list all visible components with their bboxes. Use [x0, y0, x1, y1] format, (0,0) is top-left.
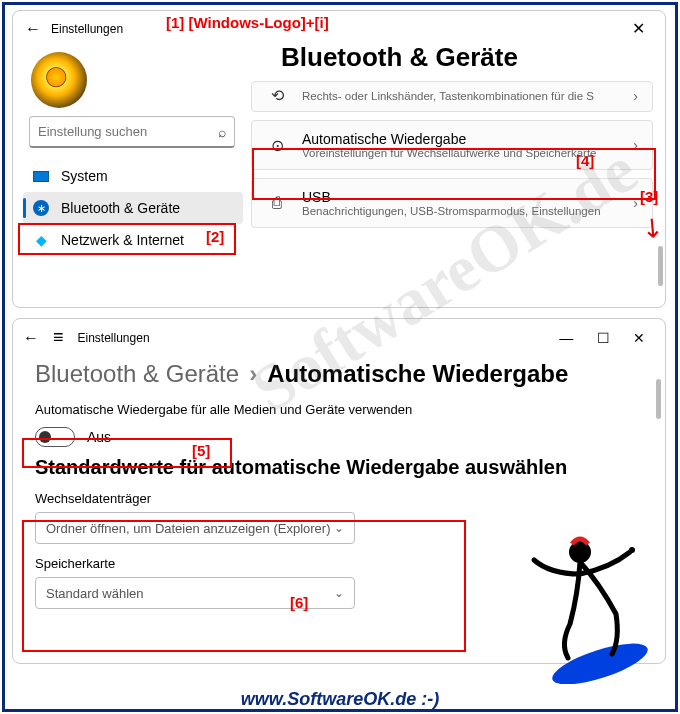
- footer-url: www.SoftwareOK.de :-): [0, 689, 680, 710]
- system-icon: [33, 168, 49, 184]
- annotation-box-6: [22, 520, 466, 652]
- sidebar-item-system[interactable]: System: [23, 160, 243, 192]
- sidebar-item-label: Bluetooth & Geräte: [61, 200, 180, 216]
- window-controls: — ☐ ✕: [549, 330, 655, 346]
- chevron-right-icon: ›: [249, 360, 257, 388]
- search-input[interactable]: ⌕: [29, 116, 235, 148]
- maximize-button[interactable]: ☐: [587, 330, 620, 346]
- window-title: Einstellungen: [51, 22, 123, 36]
- annotation-2: [2]: [206, 228, 224, 245]
- window-title: Einstellungen: [78, 331, 150, 345]
- back-button[interactable]: ←: [23, 329, 39, 347]
- sidebar-item-bluetooth[interactable]: ∗ Bluetooth & Geräte: [23, 192, 243, 224]
- back-button[interactable]: ←: [25, 20, 41, 38]
- mouse-icon: ⟲: [266, 86, 288, 105]
- titlebar: ← Einstellungen ✕: [13, 11, 665, 46]
- field-label-removable: Wechseldatenträger: [13, 487, 665, 510]
- scrollbar[interactable]: [656, 379, 661, 419]
- close-button[interactable]: ✕: [623, 330, 655, 346]
- breadcrumb-parent[interactable]: Bluetooth & Geräte: [35, 360, 239, 388]
- annotation-1: [1] [Windows-Logo]+[i]: [166, 14, 329, 31]
- search-field[interactable]: [38, 124, 218, 139]
- user-avatar[interactable]: [31, 52, 87, 108]
- titlebar: ← ≡ Einstellungen — ☐ ✕: [13, 319, 665, 356]
- card-prev-partial[interactable]: ⟲ Rechts- oder Linkshänder, Tastenkombin…: [251, 81, 653, 112]
- page-title: Bluetooth & Geräte: [281, 42, 653, 73]
- annotation-box-2: [18, 223, 236, 255]
- card-subtitle: Rechts- oder Linkshänder, Tastenkombinat…: [302, 90, 619, 102]
- annotation-4: [4]: [576, 152, 594, 169]
- minimize-button[interactable]: —: [549, 330, 583, 346]
- sidebar-item-label: System: [61, 168, 108, 184]
- chevron-right-icon: ›: [633, 88, 638, 104]
- breadcrumb-current: Automatische Wiedergabe: [267, 360, 568, 388]
- section-description: Automatische Wiedergabe für alle Medien …: [13, 398, 665, 425]
- bluetooth-icon: ∗: [33, 200, 49, 216]
- card-subtitle: Benachrichtigungen, USB-Stromsparmodus, …: [302, 205, 619, 217]
- annotation-5: [5]: [192, 442, 210, 459]
- scrollbar[interactable]: [658, 246, 663, 286]
- close-button[interactable]: ✕: [624, 19, 653, 38]
- search-icon: ⌕: [218, 124, 226, 140]
- breadcrumb: Bluetooth & Geräte › Automatische Wieder…: [13, 356, 665, 398]
- menu-button[interactable]: ≡: [53, 327, 64, 348]
- card-title: Automatische Wiedergabe: [302, 131, 619, 147]
- annotation-box-4: [252, 148, 656, 200]
- annotation-6: [6]: [290, 594, 308, 611]
